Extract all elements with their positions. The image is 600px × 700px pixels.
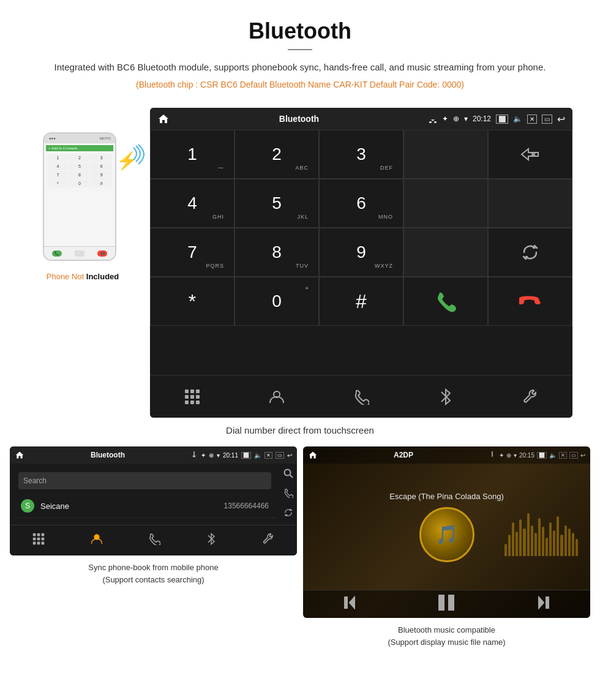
usb-icon	[429, 113, 437, 124]
pb-nav-phone-2[interactable]	[148, 533, 160, 548]
car-nav-wrench[interactable]	[488, 389, 572, 405]
phone-dial-key-1[interactable]: 1	[47, 154, 69, 162]
key-3[interactable]: 3DEF	[319, 130, 403, 179]
pb-phone-nav-icon	[148, 533, 160, 545]
svg-rect-32	[439, 595, 444, 610]
phone-call-button[interactable]: 📞	[52, 250, 62, 257]
pb-contact-number: 13566664466	[224, 502, 269, 510]
phone-dial-key-8[interactable]: 8	[69, 171, 91, 179]
car-screen: Bluetooth ✦ ⊕ ▾ 20:12 ⬜ 🔈 ✕ ▭ ↩	[150, 108, 572, 418]
key-empty-2	[488, 179, 572, 228]
visualizer-bar	[546, 538, 548, 556]
music-play-pause-button[interactable]	[438, 594, 455, 614]
key-8[interactable]: 8TUV	[234, 228, 319, 277]
phone-dial-key-5[interactable]: 5	[69, 162, 91, 170]
pb-search-icon[interactable]	[283, 469, 293, 481]
pb-nav-wrench-2[interactable]	[262, 533, 274, 548]
phone-dial-key-star[interactable]: *	[47, 179, 69, 187]
music-visualizer	[504, 525, 578, 556]
pb-contact-row[interactable]: S Seicane 13566664466	[13, 494, 276, 518]
music-prev-button[interactable]	[343, 596, 357, 612]
phone-dial-key-9[interactable]: 9	[91, 171, 112, 179]
next-track-icon	[536, 596, 550, 609]
phone-dial-key-4[interactable]: 4	[47, 162, 69, 170]
visualizer-bar	[542, 527, 544, 556]
phone-device: ●●● MOTO + Add to Contacts 1 2 3 4 5	[43, 132, 116, 261]
key-0[interactable]: 0+	[234, 277, 319, 326]
phone-home-button[interactable]: ⬜	[75, 250, 84, 257]
visualizer-bar	[560, 535, 563, 556]
svg-rect-7	[185, 395, 189, 399]
pb-dialpad-icon	[32, 533, 45, 545]
back-icon[interactable]: ↩	[557, 113, 565, 125]
car-nav-contacts[interactable]	[234, 389, 319, 405]
phone-dial-key-0[interactable]: 0	[69, 179, 91, 187]
visualizer-bar	[527, 513, 530, 556]
key-9[interactable]: 9WXYZ	[319, 228, 403, 277]
music-x-icon: ✕	[559, 452, 567, 459]
visualizer-bar	[534, 533, 537, 556]
key-refresh[interactable]	[488, 228, 572, 277]
key-4[interactable]: 4GHI	[150, 179, 234, 228]
dialpad-icon	[184, 389, 200, 405]
car-nav-phone[interactable]	[319, 389, 403, 405]
key-backspace[interactable]	[488, 130, 572, 179]
key-1[interactable]: 1⁓	[150, 130, 234, 179]
svg-rect-11	[190, 401, 194, 404]
visualizer-bar	[549, 522, 552, 556]
refresh-side-icon	[283, 508, 293, 517]
pb-search-row: Search S Seicane 13566664466	[10, 464, 297, 525]
phone-dial-key-hash[interactable]: #	[91, 179, 112, 187]
car-nav-bar	[150, 375, 572, 418]
pb-back-icon[interactable]: ↩	[287, 452, 292, 459]
visualizer-bar	[564, 525, 567, 556]
phone-end-button[interactable]: 📵	[97, 250, 107, 257]
music-vol-icon: 🔈	[549, 452, 557, 459]
key-star[interactable]: *	[150, 277, 234, 326]
pb-nav-bluetooth-2[interactable]	[206, 533, 216, 548]
home-icon[interactable]	[157, 113, 170, 124]
phone-screen-content: + Add to Contacts 1 2 3 4 5 6 7 8 9	[44, 143, 115, 189]
car-nav-dialpad[interactable]	[150, 389, 234, 405]
phone-dial-key-7[interactable]: 7	[47, 171, 69, 179]
pb-refresh-icon[interactable]	[283, 508, 293, 520]
key-hangup[interactable]	[488, 277, 572, 326]
pb-nav-dialpad[interactable]	[32, 533, 45, 548]
svg-marker-34	[539, 597, 544, 608]
phone-status-bar: ●●● MOTO	[44, 134, 115, 143]
key-hash[interactable]: #	[319, 277, 403, 326]
key-2[interactable]: 2ABC	[234, 130, 319, 179]
svg-rect-21	[42, 533, 45, 536]
dial-keypad: 1⁓ 2ABC 3DEF 4GHI 5JKL 6MNO	[150, 130, 572, 375]
page-header: Bluetooth Integrated with BC6 Bluetooth …	[0, 0, 600, 108]
pb-search-placeholder: Search	[23, 476, 266, 485]
music-home-icon[interactable]	[308, 451, 318, 459]
music-next-button[interactable]	[536, 596, 550, 612]
key-5[interactable]: 5JKL	[234, 179, 319, 228]
pb-status-bar: Bluetooth ✦ ⊕ ▾ 20:11 ⬜ 🔈 ✕ ▭ ↩	[10, 446, 297, 464]
phone-dial-key-6[interactable]: 6	[91, 162, 112, 170]
key-call[interactable]	[403, 277, 488, 326]
pb-nav-contacts-active[interactable]	[91, 533, 103, 548]
pb-home-icon[interactable]	[15, 451, 24, 459]
svg-rect-0	[429, 121, 432, 123]
music-back-icon[interactable]: ↩	[580, 452, 585, 459]
music-caption: Bluetooth music compatible(Support displ…	[303, 624, 590, 648]
svg-rect-22	[33, 538, 36, 541]
music-cam-icon: ⬜	[537, 452, 547, 459]
phone-dial-key-3[interactable]: 3	[91, 154, 112, 162]
music-time: 20:15	[519, 452, 534, 459]
phone-dial-key-2[interactable]: 2	[69, 154, 91, 162]
visualizer-bar	[576, 539, 578, 556]
volume-icon: 🔈	[513, 115, 522, 123]
key-7[interactable]: 7PQRS	[150, 228, 234, 277]
svg-rect-10	[185, 401, 189, 404]
pb-search-bar[interactable]: Search	[18, 472, 271, 489]
title-divider	[288, 49, 312, 50]
pb-phone-icon[interactable]	[283, 488, 293, 500]
car-nav-bluetooth[interactable]	[403, 388, 488, 405]
music-usb-icon	[489, 451, 495, 459]
key-6[interactable]: 6MNO	[319, 179, 403, 228]
svg-rect-1	[434, 121, 437, 123]
pb-bt-nav-icon	[206, 533, 216, 545]
